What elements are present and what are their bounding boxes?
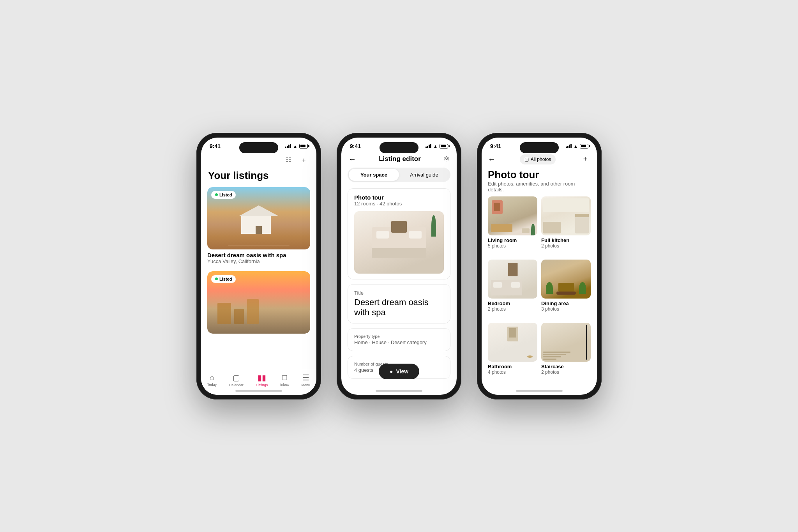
property-type-section[interactable]: Property type Home · House · Desert cate…: [348, 328, 450, 351]
listings-page-title: Your listings: [201, 167, 316, 187]
room-card-living-room[interactable]: Living room 5 photos: [488, 196, 537, 256]
status-icons-2: ▲: [425, 144, 448, 148]
photo-tour-meta: 12 rooms · 42 photos: [354, 201, 444, 207]
editor-title: Listing editor: [379, 155, 421, 163]
room-photos-bedroom: 2 photos: [488, 306, 537, 312]
room-photos-staircase: 2 photos: [541, 369, 591, 375]
time-2: 9:41: [350, 143, 361, 149]
title-label: Title: [354, 290, 444, 296]
listed-badge-2: Listed: [211, 275, 236, 283]
property-type-value: Home · House · Desert category: [354, 339, 444, 345]
tab-your-space[interactable]: Your space: [349, 169, 399, 181]
listings-content: ☷ + Your listings: [201, 152, 316, 388]
settings-icon[interactable]: ⚛: [443, 155, 450, 163]
scene: 9:41 ▲ ☷ +: [173, 110, 625, 423]
room-name-dining: Dining area: [541, 300, 591, 306]
grid-icon[interactable]: ☷: [283, 155, 294, 166]
rooms-grid: Living room 5 photos: [482, 196, 597, 382]
room-card-dining[interactable]: Dining area 3 photos: [541, 260, 591, 319]
battery-icon-2: [440, 144, 448, 148]
phone-photo-tour: 9:41 ▲ ←: [477, 133, 602, 399]
time-1: 9:41: [210, 143, 221, 149]
battery-icon-3: [580, 144, 588, 148]
photo-tour-label: Photo tour: [354, 194, 444, 201]
eye-icon: ●: [390, 368, 393, 375]
room-name-kitchen: Full kitchen: [541, 237, 591, 243]
room-image-staircase: [541, 323, 591, 362]
photo-tour-preview: [354, 211, 444, 274]
room-photos-dining: 3 photos: [541, 306, 591, 312]
photos-icon: ▢: [524, 157, 529, 162]
room-image-bedroom: [488, 260, 537, 299]
editor-header: ← Listing editor ⚛: [341, 152, 457, 168]
room-card-kitchen[interactable]: Full kitchen 2 photos: [541, 196, 591, 256]
listing-name-1: Desert dream oasis with spa: [207, 252, 310, 258]
listing-image-1: Listed: [207, 187, 310, 249]
property-type-label: Property type: [354, 334, 444, 339]
nav-today[interactable]: ⌂ Today: [207, 373, 217, 387]
home-indicator-2: [376, 390, 422, 392]
view-button[interactable]: ● View: [379, 364, 419, 379]
room-name-bedroom: Bedroom: [488, 300, 537, 306]
signal-icon-3: [566, 144, 572, 148]
room-name-bathroom: Bathroom: [488, 364, 537, 369]
room-card-bathroom[interactable]: Bathroom 4 photos: [488, 323, 537, 382]
editor-tabs: Your space Arrival guide: [348, 168, 450, 182]
nav-listings[interactable]: ▮▮ Listings: [256, 373, 268, 387]
room-image-kitchen: [541, 196, 591, 235]
battery-icon-1: [299, 144, 308, 148]
listing-card-2[interactable]: Listed: [207, 271, 310, 334]
listing-card-1[interactable]: Listed Desert dream oasis with spa Yucca…: [207, 187, 310, 265]
room-photos-kitchen: 2 photos: [541, 243, 591, 249]
photo-tour-page-title: Photo tour: [488, 169, 591, 181]
home-indicator-3: [516, 390, 563, 392]
status-bar-2: 9:41 ▲: [341, 138, 457, 152]
status-bar-1: 9:41 ▲: [201, 138, 316, 152]
tab-arrival-guide[interactable]: Arrival guide: [399, 169, 449, 181]
back-button[interactable]: ←: [348, 155, 356, 164]
photo-tour-back[interactable]: ←: [488, 155, 496, 164]
photo-tour-section[interactable]: Photo tour 12 rooms · 42 photos: [348, 188, 450, 279]
title-section[interactable]: Title Desert dream oasis with spa: [348, 284, 450, 324]
nav-inbox[interactable]: □ Inbox: [280, 373, 289, 387]
listings-toolbar: ☷ +: [201, 152, 316, 167]
all-photos-button[interactable]: ▢ All photos: [520, 154, 556, 164]
room-image-dining: [541, 260, 591, 299]
room-image-living-room: [488, 196, 537, 235]
status-icons-1: ▲: [285, 144, 308, 148]
listing-image-2: Listed: [207, 271, 310, 334]
time-3: 9:41: [490, 143, 501, 149]
wifi-icon-1: ▲: [293, 144, 297, 148]
listed-badge-1: Listed: [211, 191, 236, 199]
menu-icon: ☰: [302, 373, 309, 382]
wifi-icon-3: ▲: [574, 144, 578, 148]
signal-icon-2: [425, 144, 431, 148]
add-room-button[interactable]: +: [580, 154, 591, 165]
room-image-bathroom: [488, 323, 537, 362]
signal-icon-1: [285, 144, 291, 148]
room-name-staircase: Staircase: [541, 364, 591, 369]
add-listing-icon[interactable]: +: [298, 155, 309, 166]
photo-tour-content: ← ▢ All photos + Photo tour Edit photos,…: [482, 152, 597, 388]
room-name-living-room: Living room: [488, 237, 537, 243]
status-icons-3: ▲: [566, 144, 588, 148]
listing-title: Desert dream oasis with spa: [354, 297, 444, 318]
listing-info-1: Desert dream oasis with spa Yucca Valley…: [207, 249, 310, 265]
listing-location-1: Yucca Valley, California: [207, 258, 310, 264]
listings-icon: ▮▮: [258, 373, 266, 382]
phone-listings: 9:41 ▲ ☷ +: [196, 133, 321, 399]
editor-content: ← Listing editor ⚛ Your space Arrival gu…: [341, 152, 457, 388]
inbox-icon: □: [282, 373, 287, 382]
photo-tour-header: ← ▢ All photos +: [482, 152, 597, 168]
phone-editor: 9:41 ▲ ← Listing ed: [337, 133, 461, 399]
nav-calendar[interactable]: ▢ Calendar: [229, 373, 244, 387]
room-card-staircase[interactable]: Staircase 2 photos: [541, 323, 591, 382]
room-card-bedroom[interactable]: Bedroom 2 photos: [488, 260, 537, 319]
photo-tour-heading-section: Photo tour Edit photos, amenities, and o…: [482, 168, 597, 196]
photo-tour-subtitle: Edit photos, amenities, and other room d…: [488, 181, 591, 193]
wifi-icon-2: ▲: [433, 144, 438, 148]
today-icon: ⌂: [210, 373, 214, 382]
status-bar-3: 9:41 ▲: [482, 138, 597, 152]
nav-menu[interactable]: ☰ Menu: [301, 373, 310, 387]
room-photos-living-room: 5 photos: [488, 243, 537, 249]
